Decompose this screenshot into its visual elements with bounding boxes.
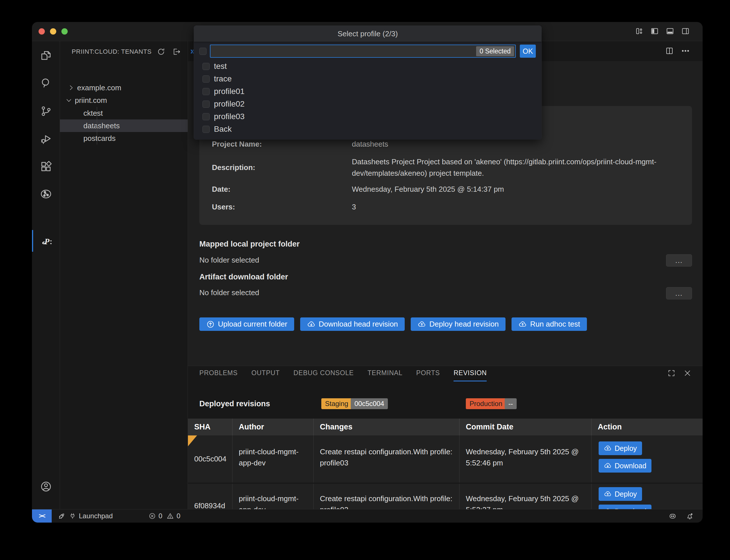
col-author: Author bbox=[233, 419, 314, 435]
author-cell: priint-cloud-mgmt-app-dev bbox=[233, 435, 314, 483]
tab-ports[interactable]: PORTS bbox=[416, 366, 440, 381]
explorer-icon[interactable] bbox=[32, 45, 60, 66]
users-value: 3 bbox=[352, 201, 675, 213]
panel-tab-bar: PROBLEMS OUTPUT DEBUG CONSOLE TERMINAL P… bbox=[199, 366, 487, 381]
option-checkbox[interactable] bbox=[203, 75, 210, 83]
toggle-all-checkbox[interactable] bbox=[199, 48, 207, 55]
option-profile01[interactable]: profile01 bbox=[194, 85, 541, 98]
rocket-icon bbox=[58, 512, 66, 520]
copilot-icon[interactable] bbox=[668, 512, 677, 520]
priint-cloud-icon[interactable]: P bbox=[32, 230, 61, 252]
browse-artifact-folder-button[interactable]: ... bbox=[666, 287, 692, 299]
upload-current-folder-button[interactable]: Upload current folder bbox=[199, 317, 294, 331]
notifications-bell-icon[interactable] bbox=[685, 512, 694, 520]
tenant-graph-icon[interactable] bbox=[32, 183, 60, 205]
run-adhoc-test-button[interactable]: Run adhoc test bbox=[511, 317, 587, 331]
plug-icon bbox=[69, 512, 76, 520]
sidebar-title: PRIINT:CLOUD: TENANTS bbox=[72, 48, 157, 55]
editor-more-actions-icon[interactable] bbox=[681, 46, 690, 55]
status-bar: >< Launchpad 0 0 bbox=[32, 509, 703, 523]
tab-debug-console[interactable]: DEBUG CONSOLE bbox=[294, 366, 354, 381]
tree-item-example-com[interactable]: example.com bbox=[60, 81, 188, 94]
minimize-window-button[interactable] bbox=[50, 28, 56, 35]
col-sha: SHA bbox=[188, 419, 233, 435]
ok-button[interactable]: OK bbox=[520, 45, 536, 58]
production-sha-badge: -- bbox=[505, 398, 517, 409]
col-action: Action bbox=[591, 419, 703, 435]
cloud-upload-icon bbox=[604, 444, 612, 452]
download-head-revision-button[interactable]: Download head revision bbox=[300, 317, 405, 331]
tab-revision[interactable]: REVISION bbox=[453, 366, 487, 381]
cloud-download-icon bbox=[307, 320, 316, 329]
option-test[interactable]: test bbox=[194, 60, 541, 73]
changes-cell: Create restapi configuration.With profil… bbox=[314, 484, 459, 510]
bottom-panel: PROBLEMS OUTPUT DEBUG CONSOLE TERMINAL P… bbox=[188, 366, 703, 510]
search-icon[interactable] bbox=[32, 72, 60, 94]
option-profile03[interactable]: profile03 bbox=[194, 110, 541, 123]
option-checkbox[interactable] bbox=[203, 63, 210, 70]
cloud-upload-icon bbox=[518, 320, 527, 329]
tree-item-priint-com[interactable]: priint.com bbox=[60, 94, 188, 107]
refresh-icon[interactable] bbox=[157, 47, 165, 56]
date-cell: Wednesday, February 5th 2025 @ 5:52:27 p… bbox=[459, 484, 591, 510]
option-trace[interactable]: trace bbox=[194, 73, 541, 85]
tab-output[interactable]: OUTPUT bbox=[251, 366, 280, 381]
option-checkbox[interactable] bbox=[203, 113, 210, 120]
chevron-right-icon bbox=[67, 84, 75, 91]
description-label: Description: bbox=[212, 162, 255, 173]
production-badge: Production bbox=[466, 398, 506, 409]
option-back[interactable]: Back bbox=[194, 123, 541, 135]
option-profile02[interactable]: profile02 bbox=[194, 98, 541, 110]
toggle-primary-sidebar-icon[interactable] bbox=[650, 27, 659, 36]
action-cell: Deploy Download bbox=[591, 435, 703, 483]
artifact-folder-heading: Artifact download folder bbox=[199, 271, 288, 283]
date-value: Wednesday, February 5th 2025 @ 5:14:37 p… bbox=[352, 183, 675, 195]
deploy-button[interactable]: Deploy bbox=[599, 487, 642, 501]
download-button[interactable]: Download bbox=[599, 459, 651, 473]
customize-layout-icon[interactable] bbox=[635, 27, 644, 36]
sign-out-icon[interactable] bbox=[172, 47, 181, 56]
account-icon[interactable] bbox=[32, 476, 60, 497]
remote-indicator[interactable]: >< bbox=[32, 509, 52, 523]
tab-terminal[interactable]: TERMINAL bbox=[367, 366, 403, 381]
svg-text:P: P bbox=[44, 237, 49, 246]
option-checkbox[interactable] bbox=[203, 126, 210, 133]
source-control-icon[interactable] bbox=[32, 100, 60, 122]
browse-mapped-folder-button[interactable]: ... bbox=[666, 254, 692, 267]
close-window-button[interactable] bbox=[39, 28, 45, 35]
run-debug-icon[interactable] bbox=[32, 128, 60, 149]
toggle-secondary-sidebar-icon[interactable] bbox=[681, 27, 690, 36]
close-panel-icon[interactable] bbox=[683, 369, 692, 377]
deploy-head-revision-button[interactable]: Deploy head revision bbox=[411, 317, 505, 331]
arrow-circle-up-icon bbox=[206, 320, 215, 329]
extensions-icon[interactable] bbox=[32, 155, 60, 177]
tree-item-cktest[interactable]: cktest bbox=[60, 107, 188, 119]
deployed-revisions-heading: Deployed revisions bbox=[199, 398, 270, 409]
maximize-panel-icon[interactable] bbox=[667, 369, 676, 377]
profile-filter-inputbox[interactable]: 0 Selected bbox=[210, 45, 516, 58]
toggle-panel-icon[interactable] bbox=[665, 27, 675, 36]
activity-bar: P bbox=[32, 41, 60, 509]
users-label: Users: bbox=[212, 201, 235, 213]
sha-cell: 6f08934d bbox=[188, 484, 233, 510]
option-checkbox[interactable] bbox=[203, 101, 210, 108]
col-changes: Changes bbox=[314, 419, 459, 435]
revision-table: SHA Author Changes Commit Date Action 00… bbox=[188, 419, 703, 510]
chevron-down-icon bbox=[65, 97, 73, 104]
warning-icon bbox=[167, 512, 174, 520]
deploy-button[interactable]: Deploy bbox=[599, 441, 642, 455]
mapped-folder-heading: Mapped local project folder bbox=[199, 238, 300, 250]
action-cell: Deploy Download bbox=[591, 484, 703, 510]
tree-item-datasheets[interactable]: datasheets bbox=[60, 119, 188, 132]
zoom-window-button[interactable] bbox=[61, 28, 68, 35]
split-editor-icon[interactable] bbox=[665, 46, 674, 55]
option-checkbox[interactable] bbox=[203, 88, 210, 95]
tree-item-postcards[interactable]: postcards bbox=[60, 132, 188, 145]
date-label: Date: bbox=[212, 183, 231, 195]
changes-cell: Create restapi configuration.With profil… bbox=[314, 435, 459, 483]
artifact-folder-value: No folder selected bbox=[199, 287, 259, 298]
problems-status-item[interactable]: 0 0 bbox=[149, 509, 181, 523]
launchpad-status-item[interactable]: Launchpad bbox=[58, 509, 113, 523]
tab-problems[interactable]: PROBLEMS bbox=[199, 366, 238, 381]
profile-filter-input[interactable] bbox=[211, 47, 476, 56]
